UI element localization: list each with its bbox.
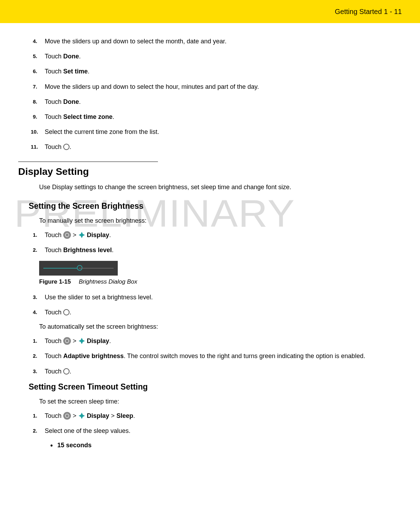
step-number: 7. bbox=[33, 83, 37, 90]
step-bold-term: Set time bbox=[63, 68, 88, 75]
list-item: 4.Touch . bbox=[45, 308, 402, 317]
list-item: 2.Touch Adaptive brightness. The control… bbox=[45, 352, 402, 361]
home-circle-icon bbox=[63, 144, 70, 150]
settings-gear-icon bbox=[63, 412, 71, 420]
step-bold-term: Brightness level bbox=[63, 247, 112, 254]
brightness-manual-intro: To manually set the screen brightness: bbox=[39, 217, 402, 225]
step-number: 4. bbox=[33, 37, 37, 45]
list-item: 8.Touch Done. bbox=[45, 98, 402, 106]
display-icon bbox=[78, 412, 85, 419]
svg-marker-2 bbox=[79, 413, 85, 419]
list-item: 10.Select the current time zone from the… bbox=[45, 128, 402, 136]
list-item: 6.Touch Set time. bbox=[45, 67, 402, 76]
brightness-manual-steps-2: 3.Use the slider to set a brightness lev… bbox=[18, 293, 402, 317]
list-item: 1.Touch > Display. bbox=[45, 337, 402, 345]
list-item: 4.Move the sliders up and down to select… bbox=[45, 37, 402, 46]
step-number: 1. bbox=[33, 412, 37, 419]
step-number: 10. bbox=[31, 128, 38, 135]
brightness-slider-screenshot bbox=[39, 261, 118, 276]
list-item: 7.Move the sliders up and down to select… bbox=[45, 83, 402, 91]
brightness-auto-steps: 1.Touch > Display.2.Touch Adaptive brigh… bbox=[18, 337, 402, 376]
header-section-name: Getting Started bbox=[335, 8, 382, 16]
display-icon bbox=[78, 231, 85, 238]
list-item: 15 seconds bbox=[57, 442, 402, 449]
timeout-steps: 1.Touch > Display > Sleep.2.Select one o… bbox=[18, 412, 402, 435]
time-steps-list: 4.Move the sliders up and down to select… bbox=[18, 37, 402, 152]
brightness-figure bbox=[39, 261, 402, 276]
step-number: 1. bbox=[33, 337, 37, 344]
step-bold-term: Adaptive brightness bbox=[63, 352, 124, 359]
list-item: 2.Touch Brightness level. bbox=[45, 246, 402, 255]
step-number: 8. bbox=[33, 98, 37, 105]
display-icon bbox=[78, 337, 85, 344]
step-bold-term: Select time zone bbox=[63, 113, 113, 120]
header-page-number: 1 - 11 bbox=[384, 8, 402, 16]
list-item: 9.Touch Select time zone. bbox=[45, 113, 402, 121]
sleep-values-list: 15 seconds bbox=[18, 442, 402, 449]
brightness-auto-intro: To automatically set the screen brightne… bbox=[39, 323, 402, 330]
list-item: 1.Touch > Display > Sleep. bbox=[45, 412, 402, 420]
display-setting-intro: Use Display settings to change the scree… bbox=[39, 184, 402, 191]
figure-title: Brightness Dialog Box bbox=[79, 278, 137, 285]
list-item: 3.Use the slider to set a brightness lev… bbox=[45, 293, 402, 302]
figure-caption: Figure 1-15 Brightness Dialog Box bbox=[39, 278, 402, 285]
svg-marker-1 bbox=[79, 338, 85, 344]
step-number: 2. bbox=[33, 427, 37, 434]
step-number: 9. bbox=[33, 113, 37, 120]
step-number: 2. bbox=[33, 246, 37, 254]
list-item: 5.Touch Done. bbox=[45, 52, 402, 61]
display-label: Display bbox=[87, 231, 109, 238]
brightness-manual-steps-1: 1.Touch > Display.2.Touch Brightness lev… bbox=[18, 231, 402, 255]
step-bold-term: Done bbox=[63, 98, 79, 105]
timeout-heading: Setting Screen Timeout Setting bbox=[29, 382, 402, 392]
step-number: 2. bbox=[33, 352, 37, 359]
list-item: 2.Select one of the sleep values. bbox=[45, 427, 402, 435]
section-divider bbox=[18, 162, 158, 162]
timeout-intro: To set the screen sleep time: bbox=[39, 398, 402, 405]
settings-gear-icon bbox=[63, 337, 71, 345]
page-header: Getting Started 1 - 11 bbox=[0, 0, 420, 23]
bullet-value: 15 seconds bbox=[57, 442, 92, 449]
brightness-slider-track bbox=[43, 268, 114, 269]
display-setting-heading: Display Setting bbox=[18, 166, 402, 177]
step-number: 4. bbox=[33, 308, 37, 316]
settings-gear-icon bbox=[63, 231, 71, 239]
list-item: 3.Touch . bbox=[45, 367, 402, 376]
home-circle-icon bbox=[63, 309, 70, 315]
home-circle-icon bbox=[63, 368, 70, 375]
step-number: 11. bbox=[31, 143, 38, 150]
display-label: Display bbox=[87, 412, 109, 419]
step-bold-term: Done bbox=[63, 53, 79, 60]
step-number: 3. bbox=[33, 368, 37, 375]
step-number: 6. bbox=[33, 67, 37, 75]
step-number: 1. bbox=[33, 231, 37, 238]
step-number: 3. bbox=[33, 293, 37, 301]
list-item: 11.Touch . bbox=[45, 143, 402, 151]
brightness-slider-thumb-icon bbox=[77, 265, 82, 271]
brightness-heading: Setting the Screen Brightness bbox=[29, 201, 402, 211]
list-item: 1.Touch > Display. bbox=[45, 231, 402, 240]
svg-marker-0 bbox=[79, 232, 85, 238]
figure-label: Figure 1-15 bbox=[39, 278, 71, 285]
display-label: Display bbox=[87, 337, 109, 344]
sleep-label: Sleep bbox=[116, 412, 133, 419]
step-number: 5. bbox=[33, 52, 37, 60]
